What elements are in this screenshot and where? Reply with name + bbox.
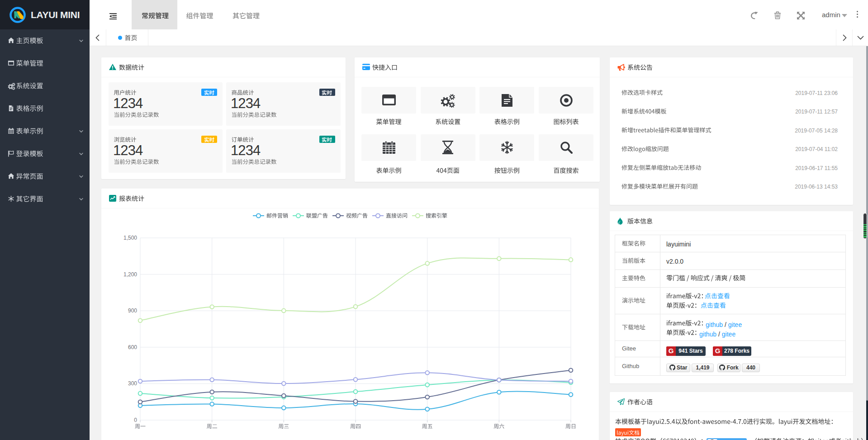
svg-text:300: 300 (128, 380, 137, 387)
svg-text:900: 900 (128, 308, 137, 314)
svg-text:0: 0 (134, 417, 137, 423)
svg-text:1,500: 1,500 (123, 235, 137, 241)
svg-text:1,200: 1,200 (123, 271, 137, 278)
svg-text:600: 600 (128, 344, 137, 350)
